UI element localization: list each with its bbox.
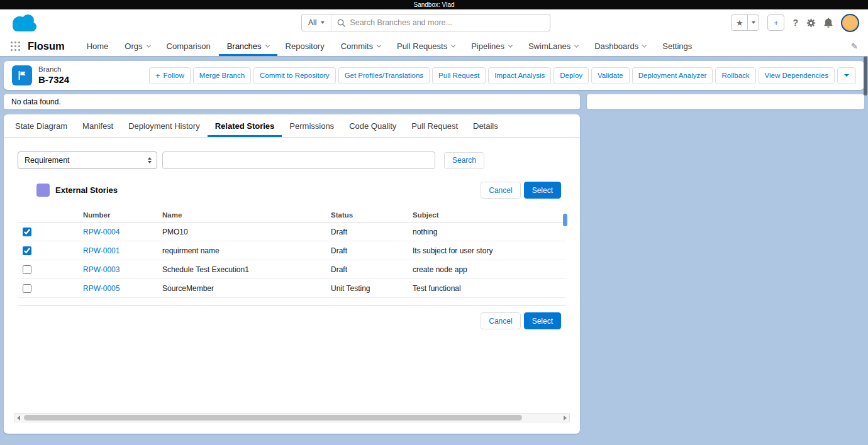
- cancel-button-top[interactable]: Cancel: [481, 182, 520, 199]
- search-button[interactable]: Search: [444, 152, 484, 169]
- table-row: RPW-0001 requirment name Draft Its subje…: [18, 241, 566, 260]
- story-name: Schedule Test Execution1: [162, 265, 331, 274]
- nav-item-pipelines[interactable]: Pipelines: [463, 36, 520, 56]
- select-button-bottom[interactable]: Select: [524, 312, 561, 329]
- global-search-input[interactable]: [350, 14, 550, 31]
- related-stories-card: State Diagram Manifest Deployment Histor…: [4, 114, 580, 434]
- story-type-select[interactable]: Requirement: [18, 151, 157, 169]
- user-avatar[interactable]: [841, 14, 859, 32]
- table-vertical-scrollbar[interactable]: [563, 214, 567, 226]
- impact-analysis-button[interactable]: Impact Analysis: [488, 67, 551, 84]
- table-row: RPW-0003 Schedule Test Execution1 Draft …: [18, 260, 566, 279]
- pull-request-button[interactable]: Pull Request: [432, 67, 486, 84]
- bottom-action-buttons: Cancel Select: [18, 312, 561, 329]
- pencil-icon[interactable]: ✎: [851, 41, 858, 51]
- nav-item-orgs[interactable]: Orgs: [116, 36, 158, 56]
- story-number-link[interactable]: RPW-0001: [83, 246, 120, 255]
- row-checkbox[interactable]: [23, 284, 31, 293]
- app-launcher-icon[interactable]: [10, 41, 20, 51]
- story-search-input[interactable]: [162, 151, 435, 169]
- table-row: RPW-0004 PMO10 Draft nothing: [18, 222, 566, 241]
- column-header-number: Number: [83, 211, 162, 219]
- message-text: No data found.: [11, 97, 61, 106]
- select-button-top[interactable]: Select: [524, 182, 561, 199]
- row-checkbox[interactable]: [23, 246, 31, 255]
- nav-item-repository[interactable]: Repository: [277, 36, 333, 56]
- setup-gear-icon[interactable]: [806, 18, 816, 28]
- favorites-button-group: ★: [731, 14, 759, 31]
- tab-manifest[interactable]: Manifest: [75, 114, 121, 137]
- chevron-down-icon: [844, 74, 849, 77]
- nav-item-commits[interactable]: Commits: [333, 36, 389, 56]
- tab-deployment-history[interactable]: Deployment History: [121, 114, 207, 137]
- story-subject: Test functional: [413, 284, 566, 293]
- story-number-link[interactable]: RPW-0003: [83, 265, 120, 274]
- tab-details[interactable]: Details: [465, 114, 506, 137]
- record-actions: +Follow Merge Branch Commit to Repositor…: [149, 67, 856, 84]
- story-name: PMO10: [162, 228, 331, 236]
- sandbox-label: Sandbox: Vlad: [413, 1, 454, 8]
- favorites-star-icon[interactable]: ★: [731, 14, 748, 31]
- stories-table: Number Name Status Subject RPW-0004 PMO1…: [18, 207, 566, 298]
- nav-item-swimlanes[interactable]: SwimLanes: [520, 36, 586, 56]
- nav-item-dashboards[interactable]: Dashboards: [586, 36, 654, 56]
- nav-item-pull-requests[interactable]: Pull Requests: [389, 36, 463, 56]
- help-icon[interactable]: ?: [793, 18, 798, 28]
- scroll-right-icon[interactable]: [564, 415, 567, 420]
- nav-item-home[interactable]: Home: [79, 36, 117, 56]
- scrollbar-thumb[interactable]: [24, 415, 522, 420]
- validate-button[interactable]: Validate: [591, 67, 630, 84]
- story-filter-row: Requirement Search: [18, 151, 566, 169]
- nav-item-settings[interactable]: Settings: [654, 36, 700, 56]
- more-actions-button[interactable]: [837, 67, 856, 84]
- follow-button[interactable]: +Follow: [149, 67, 191, 84]
- external-stories-icon: [36, 184, 50, 197]
- deploy-button[interactable]: Deploy: [554, 67, 589, 84]
- merge-branch-button[interactable]: Merge Branch: [193, 67, 251, 84]
- global-actions-button[interactable]: +: [767, 14, 784, 31]
- sandbox-banner: Sandbox: Vlad: [0, 0, 868, 9]
- story-number-link[interactable]: RPW-0004: [83, 228, 120, 236]
- commit-to-repository-button[interactable]: Commit to Repository: [253, 67, 336, 84]
- story-status: Draft: [331, 246, 413, 255]
- get-profiles-translations-button[interactable]: Get Profiles/Translations: [338, 67, 430, 84]
- salesforce-logo: [11, 14, 38, 31]
- column-header-status: Status: [331, 211, 413, 219]
- cancel-button-bottom[interactable]: Cancel: [481, 312, 520, 329]
- search-scope-selector[interactable]: All: [302, 14, 331, 31]
- story-name: SourceMember: [162, 284, 331, 293]
- column-header-subject: Subject: [413, 211, 566, 219]
- divider: [18, 305, 566, 306]
- star-icon: ★: [736, 18, 743, 28]
- chevron-down-icon: [642, 43, 647, 47]
- row-checkbox[interactable]: [23, 265, 31, 274]
- tab-state-diagram[interactable]: State Diagram: [8, 114, 75, 137]
- horizontal-scrollbar[interactable]: [14, 413, 570, 422]
- app-name: Flosum: [28, 40, 65, 52]
- page-scrollbar-thumb[interactable]: [864, 57, 867, 96]
- tab-related-stories[interactable]: Related Stories: [208, 114, 282, 137]
- nav-item-comparison[interactable]: Comparison: [159, 36, 219, 56]
- nav-item-branches[interactable]: Branches: [219, 36, 277, 56]
- story-number-link[interactable]: RPW-0005: [83, 284, 120, 293]
- tab-code-quality[interactable]: Code Quality: [342, 114, 404, 137]
- view-dependencies-button[interactable]: View Dependencies: [759, 67, 835, 84]
- page-scrollbar[interactable]: [864, 57, 867, 440]
- tab-pull-request[interactable]: Pull Request: [404, 114, 465, 137]
- header-utility-icons: ★ + ?: [731, 13, 859, 32]
- table-row: RPW-0005 SourceMember Unit Testing Test …: [18, 279, 566, 298]
- chevron-down-icon: [508, 43, 513, 47]
- notifications-bell-icon[interactable]: [824, 18, 833, 28]
- favorites-dropdown-button[interactable]: [747, 14, 759, 31]
- rollback-button[interactable]: Rollback: [715, 67, 755, 84]
- tab-permissions[interactable]: Permissions: [282, 114, 342, 137]
- external-stories-header: External Stories Cancel Select: [18, 182, 566, 199]
- scroll-left-icon[interactable]: [17, 415, 20, 420]
- chevron-down-icon: [451, 43, 455, 47]
- story-name: requirment name: [162, 246, 331, 255]
- row-checkbox[interactable]: [23, 228, 31, 236]
- section-title: External Stories: [55, 185, 118, 195]
- chevron-down-icon: [321, 21, 325, 24]
- deployment-analyzer-button[interactable]: Deployment Analyzer: [632, 67, 713, 84]
- record-header: Branch B-7324 +Follow Merge Branch Commi…: [4, 61, 864, 90]
